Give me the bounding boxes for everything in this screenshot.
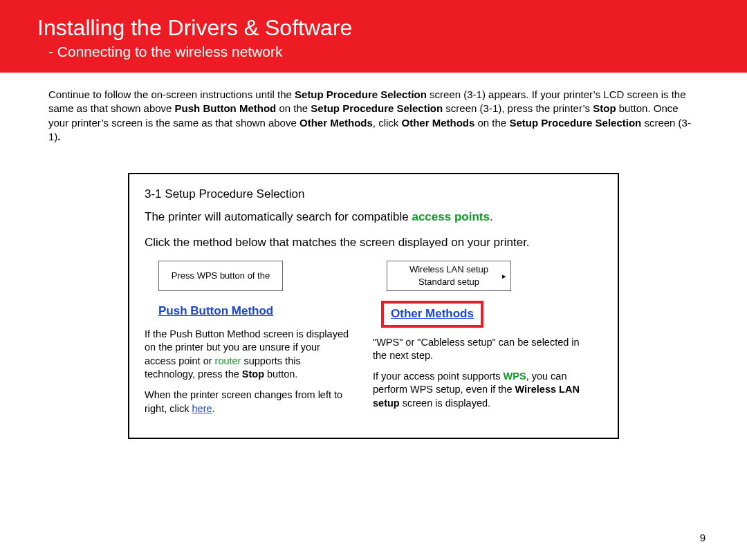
other-methods-link[interactable]: Other Methods bbox=[391, 306, 474, 322]
lcd-push-button: Press WPS button of the bbox=[158, 261, 283, 291]
setup-dialog: 3-1 Setup Procedure Selection The printe… bbox=[128, 173, 619, 439]
page-title: Installing the Drivers & Software bbox=[37, 15, 747, 41]
right-desc-1: "WPS" or "Cableless setup" can be select… bbox=[373, 336, 580, 363]
here-link[interactable]: here bbox=[192, 403, 212, 414]
page-subtitle: - Connecting to the wireless network bbox=[48, 44, 747, 60]
dialog-intro-2: Click the method below that matches the … bbox=[145, 235, 602, 251]
left-desc-2: When the printer screen changes from lef… bbox=[145, 389, 352, 416]
dialog-intro-1: The printer will automatically search fo… bbox=[145, 209, 602, 225]
right-column: Wireless LAN setup Standard setup Other … bbox=[373, 261, 580, 422]
left-desc-1: If the Push Button Method screen is disp… bbox=[145, 328, 352, 382]
page-number: 9 bbox=[700, 532, 706, 543]
intro-paragraph: Continue to follow the on-screen instruc… bbox=[48, 88, 699, 144]
lcd-other-methods: Wireless LAN setup Standard setup bbox=[387, 261, 511, 291]
left-column: Press WPS button of the Push Button Meth… bbox=[145, 261, 352, 422]
push-button-method-link[interactable]: Push Button Method bbox=[158, 304, 273, 319]
dialog-heading: 3-1 Setup Procedure Selection bbox=[145, 187, 618, 203]
header-bar: Installing the Drivers & Software - Conn… bbox=[0, 0, 747, 73]
other-methods-highlight: Other Methods bbox=[381, 301, 483, 328]
right-desc-2: If your access point supports WPS, you c… bbox=[373, 370, 580, 411]
